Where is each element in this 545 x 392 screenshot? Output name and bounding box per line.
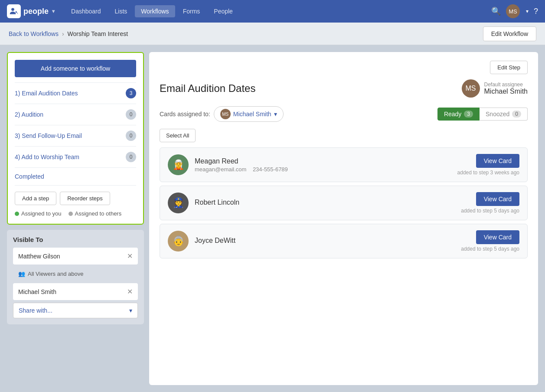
view-card-button-robert[interactable]: View Card xyxy=(476,192,519,206)
step-4-badge: 0 xyxy=(126,152,136,162)
user-chevron[interactable]: ▾ xyxy=(526,8,529,14)
legend-assigned-others-label: Assigned to others xyxy=(75,210,122,217)
add-someone-button[interactable]: Add someone to workflow xyxy=(15,60,136,77)
step-1-label: 1) Email Audition Dates xyxy=(15,90,78,97)
view-card-col-robert: View Card added to step 5 days ago xyxy=(461,192,519,214)
person-info-joyce: Joyce DeWitt xyxy=(195,237,455,245)
assignee-info: MS Default assignee Michael Smith xyxy=(462,79,528,98)
main-content: Edit Step Email Audition Dates MS Defaul… xyxy=(149,52,538,385)
status-tabs: Ready 3 Snoozed 0 xyxy=(437,108,528,121)
step-1-badge: 3 xyxy=(126,88,136,98)
visible-to-panel: Visible To Matthew Gilson ✕ 👥 All Viewer… xyxy=(7,230,144,324)
top-navigation: people ▾ Dashboard Lists Workflows Forms… xyxy=(0,0,545,23)
visible-matthew-label: Matthew Gilson xyxy=(18,253,60,260)
step-item-1[interactable]: 1) Email Audition Dates 3 xyxy=(15,82,136,104)
select-all-button[interactable]: Select All xyxy=(160,129,196,142)
assignee-name: Michael Smith xyxy=(484,88,528,95)
step-3-badge: 0 xyxy=(126,131,136,141)
legend-assigned-others: Assigned to others xyxy=(69,210,122,217)
back-to-workflows-link[interactable]: Back to Workflows xyxy=(9,30,59,37)
sidebar: Add someone to workflow 1) Email Auditio… xyxy=(7,52,144,385)
completed-label: Completed xyxy=(15,173,44,180)
filter-bar: Cards assigned to: MS Michael Smith ▾ Re… xyxy=(160,106,528,122)
help-icon[interactable]: ? xyxy=(534,7,538,16)
share-with-label: Share with... xyxy=(19,307,52,314)
status-tab-ready[interactable]: Ready 3 xyxy=(437,108,480,121)
person-avatar-joyce: 👵 xyxy=(168,231,189,252)
breadcrumb-separator: › xyxy=(62,30,64,37)
meagan-email: meagan@email.com xyxy=(195,166,246,173)
visible-item-matthew: Matthew Gilson ✕ xyxy=(13,248,138,265)
nav-workflows[interactable]: Workflows xyxy=(135,5,175,17)
ready-tab-label: Ready xyxy=(444,111,461,118)
step-4-label: 4) Add to Worship Team xyxy=(15,154,79,160)
view-card-col-joyce: View Card added to step 5 days ago xyxy=(461,230,519,252)
legend: Assigned to you Assigned to others xyxy=(15,205,136,217)
dot-green xyxy=(15,212,19,216)
brand-logo[interactable]: people ▾ xyxy=(7,4,55,18)
visible-michael-label: Michael Smith xyxy=(18,288,56,295)
user-avatar[interactable]: MS xyxy=(506,4,520,18)
breadcrumb: Back to Workflows › Worship Team Interes… xyxy=(9,30,128,37)
person-info-robert: Robert Lincoln xyxy=(195,199,455,207)
person-meta-meagan: meagan@email.com 234-555-6789 xyxy=(195,166,451,173)
edit-step-button[interactable]: Edit Step xyxy=(490,61,528,74)
legend-assigned-you-label: Assigned to you xyxy=(21,210,62,217)
nav-dashboard[interactable]: Dashboard xyxy=(65,5,107,17)
assignee-dropdown[interactable]: MS Michael Smith ▾ xyxy=(214,106,284,122)
legend-assigned-you: Assigned to you xyxy=(15,210,62,217)
person-name-robert: Robert Lincoln xyxy=(195,199,455,206)
svg-point-0 xyxy=(11,8,14,11)
step-2-badge: 0 xyxy=(126,109,136,120)
step-title-row: Email Audition Dates MS Default assignee… xyxy=(160,79,528,98)
dropdown-assignee-name: Michael Smith xyxy=(233,111,271,118)
visible-item-michael: Michael Smith ✕ xyxy=(13,283,138,300)
edit-workflow-button[interactable]: Edit Workflow xyxy=(483,26,536,41)
brand-chevron: ▾ xyxy=(52,8,55,14)
remove-matthew-button[interactable]: ✕ xyxy=(127,252,133,260)
nav-people[interactable]: People xyxy=(208,5,239,17)
added-text-meagan: added to step 3 weeks ago xyxy=(457,170,519,176)
dropdown-chevron-icon: ▾ xyxy=(274,111,277,118)
person-info-meagan: Meagan Reed meagan@email.com 234-555-678… xyxy=(195,157,451,173)
person-card-meagan: 🧝 Meagan Reed meagan@email.com 234-555-6… xyxy=(160,147,528,182)
view-card-button-joyce[interactable]: View Card xyxy=(476,230,519,244)
add-step-button[interactable]: Add a step xyxy=(15,192,56,205)
step-2-label: 2) Audition xyxy=(15,111,43,118)
brand-name: people xyxy=(23,7,49,16)
person-avatar-meagan: 🧝 xyxy=(168,154,189,175)
reorder-steps-button[interactable]: Reorder steps xyxy=(60,192,110,205)
snoozed-tab-count: 0 xyxy=(512,111,521,118)
search-icon[interactable]: 🔍 xyxy=(491,7,501,16)
nav-lists[interactable]: Lists xyxy=(109,5,134,17)
breadcrumb-bar: Back to Workflows › Worship Team Interes… xyxy=(0,23,545,45)
step-item-4[interactable]: 4) Add to Worship Team 0 xyxy=(15,146,136,167)
visible-to-title: Visible To xyxy=(13,236,138,243)
step-actions: Add a step Reorder steps xyxy=(15,185,136,205)
viewers-icon: 👥 xyxy=(18,271,25,277)
step-header: Edit Step xyxy=(160,61,528,74)
assigned-to-filter: Cards assigned to: MS Michael Smith ▾ xyxy=(160,106,284,122)
dropdown-avatar: MS xyxy=(220,109,231,119)
view-card-button-meagan[interactable]: View Card xyxy=(476,154,519,168)
person-card-robert: 👮 Robert Lincoln View Card added to step… xyxy=(160,186,528,220)
share-with-dropdown[interactable]: Share with... ▾ xyxy=(13,303,138,318)
person-avatar-robert: 👮 xyxy=(168,193,189,213)
step-title: Email Audition Dates xyxy=(160,82,255,95)
person-card-joyce: 👵 Joyce DeWitt View Card added to step 5… xyxy=(160,224,528,258)
completed-item[interactable]: Completed xyxy=(15,167,136,185)
nav-links: Dashboard Lists Workflows Forms People xyxy=(65,5,488,17)
step-item-3[interactable]: 3) Send Follow-Up Email 0 xyxy=(15,125,136,146)
view-card-col-meagan: View Card added to step 3 weeks ago xyxy=(457,154,519,176)
workflow-steps-panel: Add someone to workflow 1) Email Auditio… xyxy=(7,52,144,225)
viewers-item: 👥 All Viewers and above xyxy=(13,267,138,281)
remove-michael-button[interactable]: ✕ xyxy=(127,287,133,296)
status-tab-snoozed[interactable]: Snoozed 0 xyxy=(480,108,528,121)
main-layout: Add someone to workflow 1) Email Auditio… xyxy=(0,45,545,392)
viewers-label: All Viewers and above xyxy=(28,271,83,277)
brand-icon xyxy=(7,4,21,18)
nav-forms[interactable]: Forms xyxy=(177,5,206,17)
share-chevron-icon: ▾ xyxy=(129,307,132,314)
assignee-label: Default assignee xyxy=(484,82,528,88)
step-item-2[interactable]: 2) Audition 0 xyxy=(15,104,136,125)
